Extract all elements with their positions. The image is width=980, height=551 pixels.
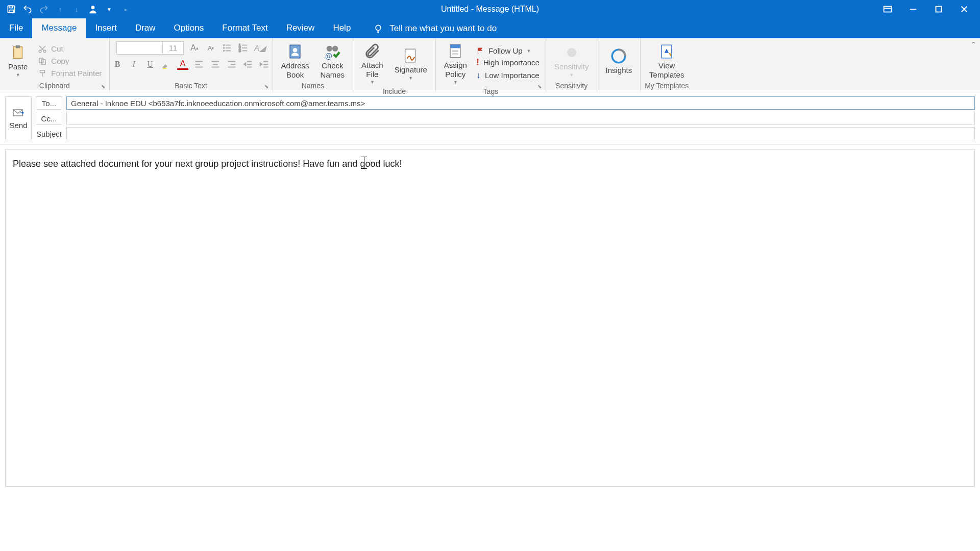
group-include: Attach File ▼ Signature ▼ Include [353, 38, 436, 92]
align-center-button[interactable] [210, 59, 221, 70]
cut-button[interactable]: Cut [38, 44, 102, 54]
touch-mode-icon[interactable]: ▸ [120, 4, 131, 14]
italic-button[interactable]: I [128, 59, 139, 70]
ribbon-display-icon[interactable] [882, 4, 893, 15]
group-clipboard: Paste ▼ Cut Copy Format Painter Clipboar… [0, 38, 110, 92]
templates-group-label: My Templates [645, 82, 689, 91]
signature-button[interactable]: Signature ▼ [390, 45, 431, 83]
low-importance-label: Low Importance [485, 71, 540, 80]
tab-file[interactable]: File [0, 18, 32, 38]
cc-button[interactable]: Cc... [36, 112, 62, 125]
tab-options[interactable]: Options [165, 18, 213, 38]
send-label: Send [9, 121, 27, 130]
tab-insert[interactable]: Insert [86, 18, 126, 38]
qat-dropdown-icon[interactable]: ▼ [104, 4, 114, 14]
svg-point-53 [332, 45, 338, 51]
high-importance-icon: ! [476, 57, 479, 68]
font-color-button[interactable]: A [177, 59, 188, 70]
svg-rect-7 [936, 7, 942, 12]
clipboard-dialog-launcher[interactable]: ⬊ [101, 84, 107, 90]
address-book-label: Address Book [281, 61, 309, 79]
window-controls [882, 4, 980, 15]
shrink-font-button[interactable]: A▾ [205, 42, 216, 54]
tab-format-text[interactable]: Format Text [213, 18, 277, 38]
font-size-input[interactable]: 11 [163, 42, 183, 54]
increase-indent-button[interactable] [259, 59, 270, 70]
bullets-button[interactable] [222, 42, 233, 54]
high-importance-label: High Importance [483, 58, 540, 67]
assign-policy-button[interactable]: Assign Policy ▼ [440, 40, 471, 87]
font-name-input[interactable] [117, 42, 163, 54]
copy-icon [38, 57, 47, 66]
subject-input[interactable] [66, 127, 975, 140]
tab-message[interactable]: Message [32, 18, 86, 38]
templates-icon [658, 43, 675, 60]
paste-button[interactable]: Paste ▼ [4, 42, 32, 80]
sensitivity-button[interactable]: Sensitivity ▼ [550, 42, 593, 80]
tell-me-label: Tell me what you want to do [389, 23, 497, 34]
collapse-ribbon-button[interactable]: ˆ [972, 41, 975, 51]
decrease-indent-button[interactable] [242, 59, 254, 70]
underline-button[interactable]: U [144, 59, 156, 70]
tab-review[interactable]: Review [277, 18, 324, 38]
insights-button[interactable]: Insights [601, 45, 636, 77]
undo-icon[interactable] [22, 4, 33, 14]
svg-rect-14 [16, 45, 20, 48]
assign-policy-icon [447, 42, 464, 60]
svg-rect-55 [405, 49, 415, 62]
svg-rect-34 [163, 68, 166, 69]
view-templates-button[interactable]: View Templates [645, 41, 688, 81]
numbering-button[interactable]: 123 [238, 42, 249, 54]
cut-label: Cut [51, 44, 63, 53]
copy-label: Copy [51, 57, 69, 65]
text-cursor [364, 157, 364, 169]
basic-text-dialog-launcher[interactable]: ⬊ [264, 84, 271, 90]
tell-me-search[interactable]: Tell me what you want to do [364, 23, 506, 38]
svg-point-52 [327, 45, 332, 51]
low-importance-button[interactable]: ↓ Low Importance [476, 70, 540, 81]
tab-help[interactable]: Help [324, 18, 360, 38]
format-painter-button[interactable]: Format Painter [38, 69, 102, 78]
send-button[interactable]: Send [5, 96, 32, 140]
tab-draw[interactable]: Draw [126, 18, 165, 38]
highlight-button[interactable] [161, 59, 172, 70]
font-picker[interactable]: 11 [116, 41, 184, 55]
svg-rect-2 [9, 10, 13, 13]
message-body[interactable]: Please see attached document for your ne… [5, 149, 975, 487]
save-icon[interactable] [6, 4, 16, 14]
insights-group-label [618, 82, 620, 91]
address-book-button[interactable]: Address Book [277, 41, 313, 81]
ribbon: Paste ▼ Cut Copy Format Painter Clipboar… [0, 38, 980, 92]
to-input[interactable] [66, 96, 975, 110]
high-importance-button[interactable]: ! High Importance [476, 57, 540, 68]
minimize-icon[interactable] [908, 4, 919, 15]
grow-font-button[interactable]: A▴ [189, 42, 200, 54]
signature-label: Signature [395, 65, 427, 74]
clear-formatting-button[interactable]: A◢ [254, 42, 265, 54]
follow-up-button[interactable]: Follow Up ▼ [476, 46, 540, 55]
close-icon[interactable] [959, 4, 970, 15]
assign-policy-label: Assign Policy [444, 61, 467, 79]
align-left-button[interactable] [193, 59, 205, 70]
svg-text:@: @ [325, 52, 332, 60]
lightbulb-icon [373, 23, 383, 34]
previous-item-icon[interactable]: ↑ [55, 4, 65, 14]
group-names: Address Book @ Check Names Names [273, 38, 354, 92]
basic-text-group-label: Basic Text [175, 82, 207, 91]
check-names-button[interactable]: @ Check Names [316, 41, 349, 81]
align-right-button[interactable] [226, 59, 237, 70]
redo-icon[interactable] [39, 4, 49, 14]
paste-label: Paste [8, 62, 28, 71]
to-button[interactable]: To... [36, 96, 62, 110]
cc-input[interactable] [66, 112, 975, 125]
svg-rect-57 [450, 44, 460, 48]
bold-button[interactable]: B [112, 59, 123, 70]
group-tags: Assign Policy ▼ Follow Up ▼ ! High Impor… [436, 38, 546, 92]
user-icon[interactable] [88, 4, 98, 14]
group-sensitivity: Sensitivity ▼ Sensitivity [546, 38, 598, 92]
tags-dialog-launcher[interactable]: ⬊ [537, 84, 544, 90]
attach-file-button[interactable]: Attach File ▼ [357, 40, 387, 87]
maximize-icon[interactable] [933, 4, 944, 15]
next-item-icon[interactable]: ↓ [71, 4, 82, 14]
copy-button[interactable]: Copy [38, 57, 102, 66]
